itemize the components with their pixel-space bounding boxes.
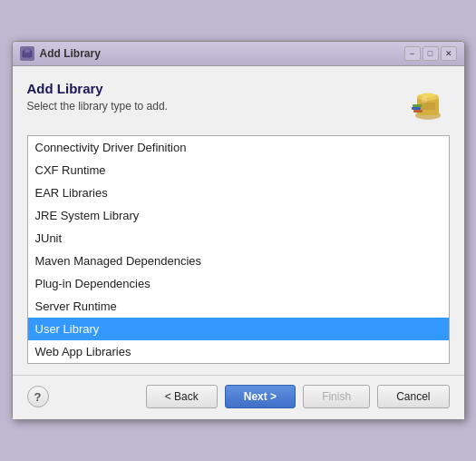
cancel-button[interactable]: Cancel	[377, 385, 449, 408]
title-bar-controls: − □ ✕	[404, 46, 457, 61]
maximize-button[interactable]: □	[423, 46, 439, 61]
title-bar: Add Library − □ ✕	[13, 42, 464, 66]
list-item[interactable]: CXF Runtime	[28, 159, 449, 181]
list-item[interactable]: User Library	[28, 318, 449, 340]
finish-button[interactable]: Finish	[303, 385, 370, 408]
svg-rect-8	[413, 110, 423, 113]
list-item[interactable]: JUnit	[28, 227, 449, 250]
list-item[interactable]: JRE System Library	[28, 204, 449, 227]
svg-point-5	[421, 93, 435, 98]
main-content: Add Library Select the library type to a…	[13, 66, 464, 375]
header-icon	[406, 81, 450, 124]
list-item[interactable]: Server Runtime	[28, 295, 449, 318]
svg-rect-1	[24, 49, 30, 53]
window-icon	[20, 46, 34, 61]
window-title: Add Library	[40, 47, 101, 60]
help-button[interactable]: ?	[27, 386, 49, 407]
next-button[interactable]: Next >	[225, 385, 296, 408]
back-button[interactable]: < Back	[146, 385, 218, 408]
library-list[interactable]: Connectivity Driver DefinitionCXF Runtim…	[27, 135, 450, 364]
dialog-title: Add Library	[27, 81, 395, 96]
svg-rect-10	[413, 104, 422, 107]
minimize-button[interactable]: −	[404, 46, 421, 61]
dialog-subtitle: Select the library type to add.	[27, 100, 395, 113]
header-area: Add Library Select the library type to a…	[27, 81, 450, 124]
svg-rect-9	[412, 107, 421, 110]
close-button[interactable]: ✕	[441, 46, 457, 61]
list-item[interactable]: Web App Libraries	[28, 340, 449, 363]
navigation-buttons: < Back Next > Finish Cancel	[146, 385, 450, 408]
list-item[interactable]: EAR Libraries	[28, 181, 449, 204]
button-row: ? < Back Next > Finish Cancel	[13, 375, 464, 419]
list-item[interactable]: Plug-in Dependencies	[28, 272, 449, 295]
header-text: Add Library Select the library type to a…	[27, 81, 395, 113]
list-item[interactable]: Maven Managed Dependencies	[28, 250, 449, 272]
add-library-window: Add Library − □ ✕ Add Library Select the…	[12, 41, 465, 420]
svg-rect-7	[421, 103, 435, 110]
title-bar-left: Add Library	[20, 46, 101, 61]
list-item[interactable]: Connectivity Driver Definition	[28, 136, 449, 159]
